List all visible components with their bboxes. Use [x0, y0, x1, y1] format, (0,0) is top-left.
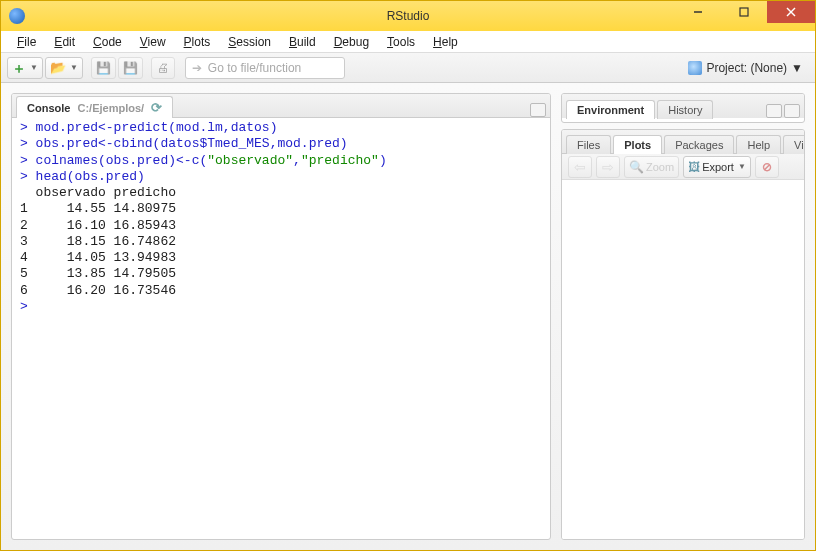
refresh-icon: ⟳: [151, 100, 162, 115]
plot-prev-button[interactable]: ⇦: [568, 156, 592, 178]
menu-tools[interactable]: Tools: [379, 33, 423, 51]
menu-debug[interactable]: Debug: [326, 33, 377, 51]
plots-area: [562, 180, 804, 539]
console-output[interactable]: > mod.pred<-predict(mod.lm,datos) > obs.…: [12, 118, 550, 539]
tab-viewer[interactable]: Viewer: [783, 135, 805, 154]
menu-code[interactable]: Code: [85, 33, 130, 51]
save-all-icon: 💾: [123, 61, 138, 75]
export-button[interactable]: 🖼Export▼: [683, 156, 751, 178]
plot-next-button[interactable]: ⇨: [596, 156, 620, 178]
console-pane: Console C:/Ejemplos/ ⟳ > mod.pred<-predi…: [11, 93, 551, 540]
tab-environment[interactable]: Environment: [566, 100, 655, 119]
maximize-button[interactable]: [721, 1, 767, 23]
tab-history[interactable]: History: [657, 100, 713, 119]
tab-files[interactable]: Files: [566, 135, 611, 154]
console-path: C:/Ejemplos/: [77, 102, 144, 114]
arrow-right-icon: ⇨: [602, 159, 614, 175]
env-layout-button-2[interactable]: [784, 104, 800, 118]
goto-arrow-icon: ➔: [192, 61, 202, 75]
workspace: Console C:/Ejemplos/ ⟳ > mod.pred<-predi…: [1, 83, 815, 550]
export-icon: 🖼: [688, 160, 700, 174]
project-icon: [688, 61, 702, 75]
app-icon: [9, 8, 25, 24]
plots-tabbar: Files Plots Packages Help Viewer: [562, 130, 804, 154]
folder-open-icon: 📂: [50, 60, 66, 75]
console-tabbar: Console C:/Ejemplos/ ⟳: [12, 94, 550, 118]
titlebar: RStudio: [1, 1, 815, 31]
menu-file[interactable]: File: [9, 33, 44, 51]
delete-icon: ⊘: [762, 160, 772, 174]
menu-view[interactable]: View: [132, 33, 174, 51]
zoom-button[interactable]: 🔍Zoom: [624, 156, 679, 178]
plus-icon: ＋: [12, 61, 26, 75]
close-button[interactable]: [767, 1, 815, 23]
menu-build[interactable]: Build: [281, 33, 324, 51]
env-tabbar: Environment History: [562, 94, 804, 118]
menu-session[interactable]: Session: [220, 33, 279, 51]
print-icon: 🖨: [157, 61, 169, 75]
main-toolbar: ＋▼ 📂▼ 💾 💾 🖨 ➔ Go to file/function Projec…: [1, 53, 815, 83]
save-button[interactable]: 💾: [91, 57, 116, 79]
tab-console[interactable]: Console C:/Ejemplos/ ⟳: [16, 96, 173, 118]
env-history-pane: Environment History: [561, 93, 805, 123]
minimize-button[interactable]: [675, 1, 721, 23]
pane-layout-button[interactable]: [530, 103, 546, 117]
project-label: Project: (None): [706, 61, 787, 75]
tab-plots[interactable]: Plots: [613, 135, 662, 154]
menu-plots[interactable]: Plots: [176, 33, 219, 51]
goto-file-input[interactable]: ➔ Go to file/function: [185, 57, 345, 79]
console-tab-label: Console: [27, 102, 70, 114]
plots-pane: Files Plots Packages Help Viewer ⇦ ⇨ 🔍Zo…: [561, 129, 805, 540]
env-layout-button-1[interactable]: [766, 104, 782, 118]
goto-placeholder: Go to file/function: [208, 61, 301, 75]
tab-help[interactable]: Help: [736, 135, 781, 154]
project-menu[interactable]: Project: (None) ▼: [682, 61, 809, 75]
save-icon: 💾: [96, 61, 111, 75]
remove-plot-button[interactable]: ⊘: [755, 156, 779, 178]
window-title: RStudio: [387, 9, 430, 23]
new-file-button[interactable]: ＋▼: [7, 57, 43, 79]
plots-toolbar: ⇦ ⇨ 🔍Zoom 🖼Export▼ ⊘: [562, 154, 804, 180]
arrow-left-icon: ⇦: [574, 159, 586, 175]
save-all-button[interactable]: 💾: [118, 57, 143, 79]
zoom-icon: 🔍: [629, 160, 644, 174]
print-button[interactable]: 🖨: [151, 57, 175, 79]
menubar: File Edit Code View Plots Session Build …: [1, 31, 815, 53]
open-file-button[interactable]: 📂▼: [45, 57, 83, 79]
right-column: Environment History Files Plots Packages…: [561, 93, 805, 540]
menu-help[interactable]: Help: [425, 33, 466, 51]
window-buttons: [675, 1, 815, 31]
svg-rect-1: [740, 8, 748, 16]
menu-edit[interactable]: Edit: [46, 33, 83, 51]
tab-packages[interactable]: Packages: [664, 135, 734, 154]
